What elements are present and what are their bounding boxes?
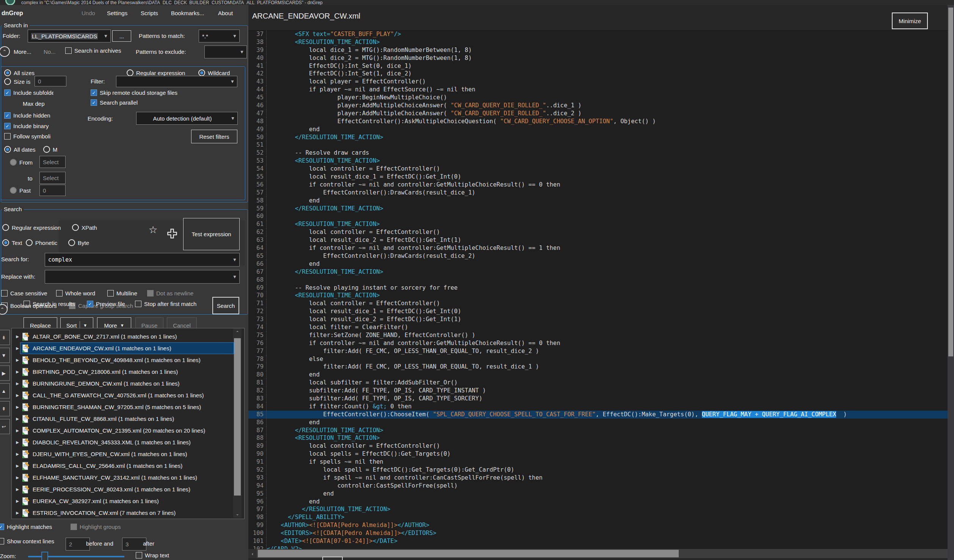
modified-dates-radio[interactable]: M <box>43 146 58 153</box>
expander-icon[interactable]: ▶ <box>15 464 20 468</box>
radio-dot[interactable] <box>4 78 11 85</box>
search-in-archives-checkbox[interactable]: Search in archives <box>65 47 121 54</box>
chevron-down-icon[interactable]: ▼ <box>228 116 237 121</box>
all-dates-radio[interactable]: All dates <box>4 146 36 153</box>
result-content[interactable]: ALTAR_OF_BONE_CW_2717.xml (1 matches on … <box>20 331 179 342</box>
include-binary-checkbox[interactable]: ✓Include binary <box>4 123 49 129</box>
radio-dot[interactable] <box>43 146 50 153</box>
expander-icon[interactable]: ▶ <box>15 417 20 421</box>
phonetic-radio[interactable]: Phonetic <box>26 239 57 246</box>
radio-dot[interactable] <box>2 224 9 231</box>
browse-button[interactable]: ... <box>112 30 131 42</box>
expander-icon[interactable]: ▶ <box>15 487 20 491</box>
result-row[interactable]: ▶ELADAMRIS_CALL_CW_25646.xml (1 matches … <box>13 460 240 472</box>
from-date-input[interactable]: Select <box>39 156 66 168</box>
checkbox-box[interactable] <box>65 47 72 54</box>
menu-item-bookmarks[interactable]: Bookmarks... <box>171 5 204 22</box>
result-row[interactable]: ▶CALL_THE_G ATEWATCH_CW_407526.xml (1 ma… <box>13 389 240 401</box>
result-row[interactable]: ▶BURNINGTREE_SHAMAN_CW_97205.xml (5 matc… <box>13 401 240 413</box>
result-content[interactable]: DJERU_WITH_EYES_OPEN_CW.xml (1 matches o… <box>20 448 190 460</box>
show-context-checkbox[interactable]: Show context lines <box>0 538 54 544</box>
more-toggle[interactable]: More... <box>14 49 31 55</box>
encoding-combo[interactable]: Auto detection (default) ▼ <box>136 112 238 125</box>
result-content[interactable]: EERIE_PROCESSION_CW_80243.xml (1 matches… <box>20 483 193 495</box>
checkbox-box[interactable] <box>135 301 141 307</box>
zoom-slider-handle[interactable] <box>41 552 48 560</box>
text-radio[interactable]: Text <box>2 239 22 246</box>
result-selected[interactable]: ARCANE_ENDEAVOR_CW.xml (1 matches on 1 l… <box>20 342 234 354</box>
result-row[interactable]: ▶COMPLEX_AUTOMATON_CW_21395.xml (20 matc… <box>13 425 240 436</box>
return-arrow-icon[interactable]: ↩ <box>0 419 10 434</box>
hscrollbar-thumb[interactable] <box>258 550 679 557</box>
include-hidden-checkbox[interactable]: ✓Include hidden <box>4 112 50 119</box>
whole-word-checkbox[interactable]: Whole word <box>56 290 95 296</box>
result-content[interactable]: BURNINGRUNE_DEMON_CW.xml (1 matches on 1… <box>20 378 182 389</box>
expander-icon[interactable]: ▶ <box>15 334 20 339</box>
radio-dot[interactable] <box>68 239 75 246</box>
result-content[interactable]: CITANUL_FLUTE_CW_8868.xml (1 matches on … <box>20 413 177 425</box>
chevron-down-icon[interactable]: ▼ <box>101 33 110 39</box>
expander-icon[interactable]: ▶ <box>15 511 20 515</box>
result-content[interactable]: ELADAMRIS_CALL_CW_25646.xml (1 matches o… <box>20 460 185 472</box>
result-content[interactable]: ELFHAME_SANCTUARY_CW_23142.xml (1 matche… <box>20 472 200 483</box>
folder-combo[interactable]: LL_PLATFORMS\CARDS ▼ <box>28 30 111 42</box>
menu-item-settings[interactable]: Settings <box>107 5 127 22</box>
menu-item-about[interactable]: About <box>218 5 233 22</box>
checkbox-box[interactable]: ✓ <box>0 524 4 530</box>
checkbox-box[interactable]: ✓ <box>91 89 97 96</box>
include-subfolders-checkbox[interactable]: ✓Include subfolde <box>4 89 53 96</box>
search-in-results-checkbox[interactable]: Search in results <box>24 301 75 307</box>
search-parallel-checkbox[interactable]: ✓Search parallel <box>91 99 138 106</box>
expander-icon[interactable]: ▶ <box>15 370 20 374</box>
result-row[interactable]: ▶ESTRIDS_INVOCATION_CW.xml (7 matches on… <box>13 507 240 519</box>
chevrons-up-icon[interactable]: ⇞ <box>0 401 10 416</box>
favorite-star-icon[interactable]: ☆ <box>149 224 157 236</box>
result-row[interactable]: ▶ELFHAME_SANCTUARY_CW_23142.xml (1 match… <box>13 472 240 483</box>
checkbox-box[interactable] <box>56 290 63 296</box>
result-row[interactable]: ▶CITANUL_FLUTE_CW_8868.xml (1 matches on… <box>13 413 240 425</box>
patterns-exclude-combo[interactable]: ▼ <box>204 45 247 58</box>
vscrollbar-thumb[interactable] <box>948 8 953 356</box>
xpath-radio[interactable]: XPath <box>72 224 97 231</box>
size-input[interactable]: 0 <box>35 76 66 86</box>
chevron-down-icon[interactable]: ▼ <box>230 257 239 262</box>
chevron-down-icon[interactable]: ▼ <box>230 274 239 279</box>
result-row[interactable]: ▶BURNINGRUNE_DEMON_CW.xml (1 matches on … <box>13 378 240 389</box>
folder-regex-radio[interactable]: Regular expression <box>127 69 185 76</box>
multiline-checkbox[interactable]: Multiline <box>107 290 137 296</box>
radio-dot[interactable] <box>127 69 133 76</box>
radio-dot[interactable] <box>4 146 11 153</box>
expander-icon[interactable]: ▶ <box>15 358 20 362</box>
checkbox-box[interactable]: ✓ <box>87 301 93 307</box>
chevron-down-icon[interactable]: ▼ <box>228 79 237 84</box>
result-content[interactable]: BIRTHING_POD_CW_218006.xml (1 matches on… <box>20 366 180 378</box>
chevron-down-icon[interactable]: ▼ <box>0 348 10 363</box>
preview-vertical-scrollbar[interactable] <box>948 5 954 560</box>
follow-symlinks-checkbox[interactable]: Follow symboli <box>4 133 50 140</box>
radio-dot[interactable] <box>4 69 11 76</box>
expander-icon[interactable]: ▶ <box>15 475 20 480</box>
past-input[interactable]: 0 <box>39 185 66 196</box>
result-row[interactable]: ▶BIRTHING_POD_CW_218006.xml (1 matches o… <box>13 366 240 378</box>
stop-after-first-checkbox[interactable]: Stop after first match <box>135 301 196 307</box>
wrap-text-checkbox[interactable]: Wrap text <box>136 552 169 558</box>
expander-icon[interactable]: ▶ <box>15 381 20 386</box>
search-button[interactable]: Search <box>212 297 239 314</box>
result-row[interactable]: ▶EUREKA_CW_382927.xml (1 matches on 1 li… <box>13 495 240 507</box>
all-sizes-radio[interactable]: All sizes <box>4 69 35 76</box>
chevron-down-icon[interactable]: ▼ <box>237 49 246 55</box>
test-expression-button[interactable]: Test expression <box>183 218 240 250</box>
to-date-input[interactable]: Select <box>39 172 66 184</box>
byte-radio[interactable]: Byte <box>68 239 89 246</box>
expander-icon[interactable]: ▶ <box>15 393 20 397</box>
checkbox-box[interactable] <box>24 301 30 307</box>
replace-with-combo[interactable]: ▼ <box>45 270 240 284</box>
radio-dot[interactable] <box>198 69 205 76</box>
expander-icon[interactable]: ▶ <box>15 405 20 409</box>
chevron-right-icon[interactable]: ▶ <box>0 365 10 381</box>
scroll-left-icon[interactable]: ‹ <box>248 549 257 558</box>
checkbox-box[interactable] <box>1 290 8 296</box>
expander-icon[interactable]: ▶ <box>15 452 20 456</box>
expander-icon[interactable]: ▶ <box>15 499 20 503</box>
expander-icon[interactable]: ▶ <box>15 346 20 350</box>
